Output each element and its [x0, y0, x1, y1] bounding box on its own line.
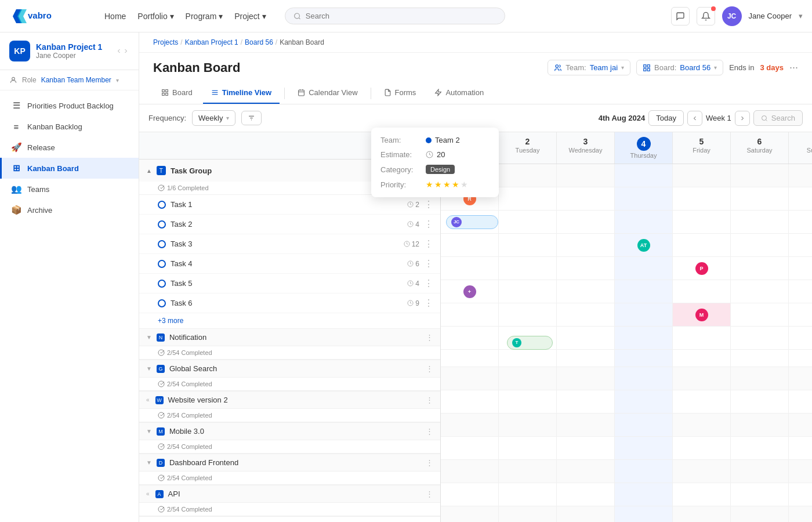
breadcrumb-project[interactable]: Kanban Project 1: [185, 38, 238, 46]
sub-group-row[interactable]: « W Website version 2 ⋮: [139, 392, 440, 409]
task-row[interactable]: Task 4 6 ⋮: [139, 254, 440, 274]
gantt-cell: +: [441, 280, 499, 303]
sidebar-item-backlog[interactable]: ≡ Kanban Backlog: [0, 116, 139, 137]
filter-button[interactable]: [241, 111, 262, 125]
breadcrumb-board56[interactable]: Board 56: [245, 38, 273, 46]
sub-more-icon[interactable]: ⋮: [426, 490, 433, 498]
board-value: Board 56: [680, 63, 710, 72]
user-avatar[interactable]: JC: [722, 6, 742, 26]
tab-timeline[interactable]: Timeline View: [203, 82, 280, 104]
tab-board-label: Board: [172, 88, 193, 97]
freq-select[interactable]: Weekly ▾: [192, 110, 235, 126]
sub-more-icon[interactable]: ⋮: [426, 396, 433, 404]
sub-group-row[interactable]: ▼ G Global Search ⋮: [139, 360, 440, 378]
collapse-left-icon[interactable]: «: [146, 397, 150, 403]
task-row[interactable]: Task 6 9 ⋮: [139, 293, 440, 313]
task-row[interactable]: Task 2 4 ⋮: [139, 215, 440, 234]
completed-badge: 1/6 Completed: [158, 184, 209, 191]
more-tasks-button[interactable]: +3 more: [139, 313, 440, 328]
gantt-cell: [673, 390, 731, 413]
task-more-icon[interactable]: ⋮: [424, 238, 433, 249]
messages-icon[interactable]: [671, 7, 690, 26]
category-badge: Design: [426, 165, 455, 174]
sub-group-row[interactable]: « A API ⋮: [139, 485, 440, 503]
sub-group-icon: A: [155, 490, 164, 498]
gantt-cell: [673, 234, 731, 256]
sidebar-item-teams[interactable]: 👥 Teams: [0, 179, 139, 200]
search-input[interactable]: [306, 12, 496, 20]
task-more-icon[interactable]: ⋮: [424, 258, 433, 269]
board-dropdown-icon[interactable]: ▾: [714, 64, 717, 71]
task-estimate: 4: [407, 220, 419, 229]
today-button[interactable]: Today: [648, 110, 684, 126]
sidebar-collapse-icon[interactable]: [115, 44, 129, 58]
board-selector[interactable]: Board: Board 56 ▾: [636, 60, 723, 75]
tab-board[interactable]: Board: [153, 82, 201, 104]
sub-toggle-icon: ▼: [146, 365, 152, 372]
sub-more-icon[interactable]: ⋮: [426, 364, 433, 373]
task-row[interactable]: Task 1 2 ⋮: [139, 195, 440, 215]
sub-group-row[interactable]: ▼ D Dashboard Frontend ⋮: [139, 454, 440, 472]
sub-group-name: Dashboard Frontend: [169, 458, 421, 467]
team-dropdown-icon[interactable]: ▾: [621, 64, 624, 71]
svg-text:vabro: vabro: [28, 10, 52, 20]
sub-group-row[interactable]: ▼ N Notification ⋮: [139, 329, 440, 346]
sub-more-icon[interactable]: ⋮: [426, 458, 433, 467]
board-title: Kanban Board: [153, 60, 240, 75]
global-search-bar[interactable]: [285, 8, 505, 24]
sidebar-item-release[interactable]: 🚀 Release: [0, 137, 139, 158]
gantt-cell-today: [615, 350, 673, 367]
task-more-icon[interactable]: ⋮: [424, 219, 433, 230]
sidebar-item-archive[interactable]: 📦 Archive: [0, 200, 139, 220]
gantt-bar[interactable]: JC: [446, 215, 498, 229]
sidebar-nav: ☰ Priorities Product Backlog ≡ Kanban Ba…: [0, 90, 139, 225]
nav-home[interactable]: Home: [104, 12, 126, 21]
gantt-cell: [789, 327, 812, 349]
sidebar-item-priorities[interactable]: ☰ Priorities Product Backlog: [0, 95, 139, 116]
gantt-cell: [731, 460, 789, 483]
completed-badge: 2/54 Completed: [158, 412, 212, 419]
user-dropdown-icon[interactable]: ▾: [799, 12, 803, 20]
tab-forms[interactable]: Forms: [376, 82, 425, 104]
ends-value: 3 days: [760, 63, 784, 72]
svg-rect-9: [647, 68, 650, 71]
tab-calendar[interactable]: Calendar View: [289, 82, 365, 104]
sub-more-icon[interactable]: ⋮: [426, 333, 433, 342]
nav-project[interactable]: Project ▾: [234, 12, 266, 21]
timeline-search[interactable]: Search: [753, 110, 803, 126]
role-value[interactable]: Kanban Team Member: [41, 76, 111, 84]
sub-toggle-icon: ▼: [146, 428, 152, 434]
sub-group-row[interactable]: ▼ M Mobile 3.0 ⋮: [139, 423, 440, 440]
tab-automation[interactable]: Automation: [426, 82, 492, 104]
gantt-cell: [499, 234, 557, 256]
tooltip-team-label: Team:: [380, 136, 421, 144]
team-selector[interactable]: Team: Team jai ▾: [548, 60, 630, 75]
tooltip-priority-label: Priority:: [380, 180, 421, 189]
task-row[interactable]: Task 3 12 ⋮: [139, 234, 440, 254]
gantt-cell: [731, 350, 789, 367]
more-options-icon[interactable]: ···: [789, 61, 798, 74]
task-more-icon[interactable]: ⋮: [424, 278, 433, 289]
prev-week-button[interactable]: [687, 111, 702, 126]
notification-icon[interactable]: [697, 7, 715, 26]
role-dropdown-icon[interactable]: ▾: [116, 77, 119, 84]
gantt-cell: [499, 303, 557, 326]
gantt-cell: [441, 390, 499, 413]
task-row[interactable]: Task 5 4 ⋮: [139, 274, 440, 293]
nav-program[interactable]: Program ▾: [186, 12, 223, 21]
task-group-mobile: ▼ M Mobile 3.0 ⋮ 2/54 Completed: [139, 423, 440, 454]
gantt-bar[interactable]: T: [507, 336, 553, 350]
user-name[interactable]: Jane Cooper: [749, 12, 792, 20]
gantt-cell: »: [789, 164, 812, 187]
task-more-icon[interactable]: ⋮: [424, 199, 433, 210]
breadcrumb-projects[interactable]: Projects: [153, 38, 178, 46]
next-week-button[interactable]: [735, 111, 750, 126]
task-more-icon[interactable]: ⋮: [424, 298, 433, 309]
svg-point-5: [12, 77, 15, 80]
collapse-left-icon2[interactable]: «: [146, 491, 150, 497]
sidebar-item-board[interactable]: ⊞ Kanban Board: [0, 158, 139, 179]
gantt-cell-today: [615, 483, 673, 506]
sub-more-icon[interactable]: ⋮: [426, 427, 433, 436]
nav-portfolio[interactable]: Portfolio ▾: [137, 12, 173, 21]
svg-rect-11: [162, 90, 165, 92]
